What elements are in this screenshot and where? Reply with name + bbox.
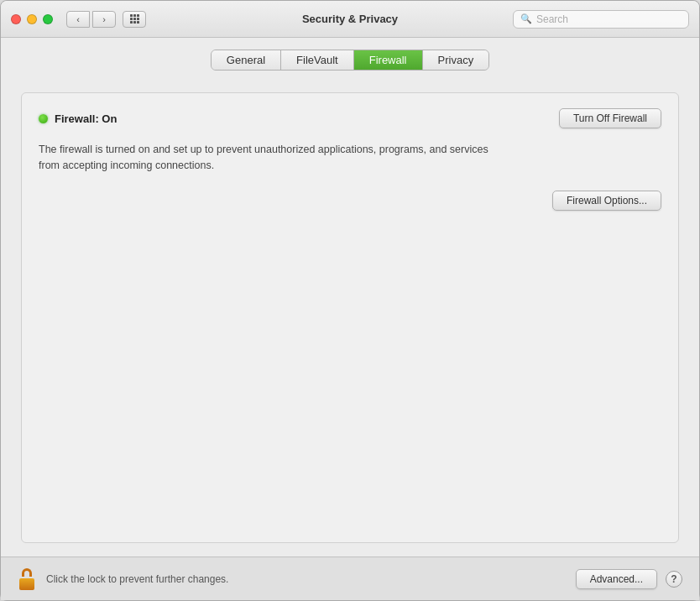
- window-title: Security & Privacy: [302, 13, 398, 25]
- advanced-button[interactable]: Advanced...: [576, 569, 657, 589]
- bottom-bar: Click the lock to prevent further change…: [1, 557, 699, 600]
- traffic-lights: [11, 14, 53, 24]
- grid-icon: [130, 14, 139, 24]
- turn-off-firewall-button[interactable]: Turn Off Firewall: [559, 108, 661, 128]
- minimize-button[interactable]: [27, 14, 37, 24]
- lock-body: [19, 578, 34, 590]
- forward-button[interactable]: ›: [92, 11, 116, 28]
- firewall-options-button[interactable]: Firewall Options...: [552, 191, 661, 211]
- tab-firewall[interactable]: Firewall: [354, 50, 423, 70]
- lock-icon[interactable]: [18, 568, 36, 590]
- firewall-status: Firewall: On: [39, 112, 117, 125]
- lock-shackle: [22, 568, 32, 577]
- back-button[interactable]: ‹: [66, 11, 90, 28]
- nav-buttons: ‹ ›: [66, 11, 116, 28]
- window: ‹ › Security & Privacy 🔍 General FileVau…: [0, 0, 700, 601]
- maximize-button[interactable]: [43, 14, 53, 24]
- search-input[interactable]: [536, 13, 682, 25]
- tabs: General FileVault Firewall Privacy: [211, 50, 489, 71]
- close-button[interactable]: [11, 14, 21, 24]
- help-button[interactable]: ?: [666, 571, 682, 588]
- tab-privacy[interactable]: Privacy: [423, 50, 489, 70]
- options-row: Firewall Options...: [39, 191, 661, 211]
- lock-label: Click the lock to prevent further change…: [46, 573, 566, 585]
- panel: Firewall: On Turn Off Firewall The firew…: [21, 92, 679, 543]
- firewall-description: The firewall is turned on and set up to …: [39, 142, 509, 174]
- search-icon: 🔍: [520, 13, 532, 24]
- tab-general[interactable]: General: [212, 50, 281, 70]
- grid-button[interactable]: [123, 11, 146, 28]
- main-content: Firewall: On Turn Off Firewall The firew…: [1, 79, 699, 557]
- tabs-container: General FileVault Firewall Privacy: [1, 38, 699, 79]
- search-box[interactable]: 🔍: [513, 10, 689, 29]
- firewall-status-label: Firewall: On: [55, 112, 117, 125]
- titlebar: ‹ › Security & Privacy 🔍: [1, 1, 699, 38]
- status-indicator: [39, 114, 48, 123]
- bottom-buttons: Advanced... ?: [576, 569, 682, 589]
- firewall-header: Firewall: On Turn Off Firewall: [39, 108, 661, 128]
- tab-filevault[interactable]: FileVault: [281, 50, 354, 70]
